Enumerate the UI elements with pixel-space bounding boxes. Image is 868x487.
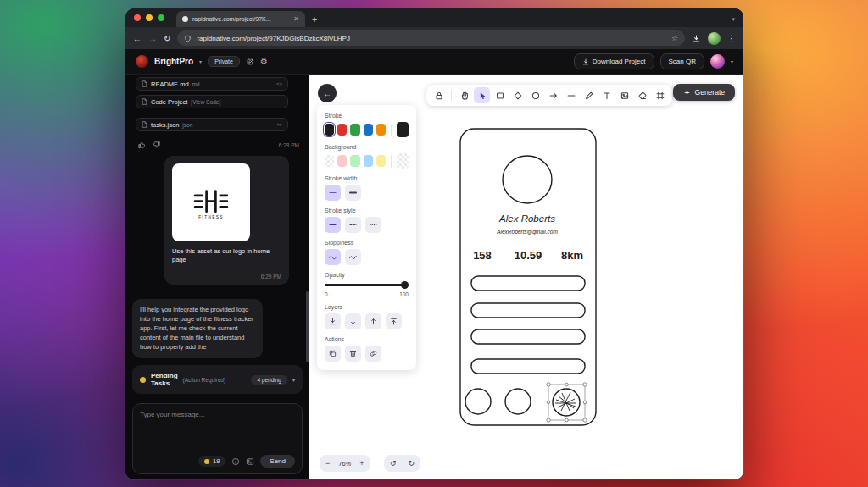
list-bar-shape[interactable] bbox=[471, 303, 585, 318]
tool-draw-button[interactable] bbox=[581, 87, 597, 103]
send-button[interactable]: Send bbox=[260, 455, 295, 468]
bottom-circle-shape[interactable] bbox=[505, 389, 531, 414]
stroke-color-red[interactable] bbox=[337, 124, 347, 136]
edit-project-icon[interactable] bbox=[246, 58, 254, 66]
stroke-style-dashed-button[interactable] bbox=[345, 217, 361, 233]
bottom-circle-shape[interactable] bbox=[465, 389, 491, 414]
sloppiness-artist-button[interactable] bbox=[345, 249, 361, 265]
download-project-button[interactable]: Download Project bbox=[574, 53, 654, 69]
tool-frame-button[interactable] bbox=[652, 87, 668, 103]
zoom-window-button[interactable] bbox=[158, 14, 164, 21]
stroke-width-thin-button[interactable] bbox=[325, 185, 341, 201]
tool-arrow-button[interactable] bbox=[545, 87, 561, 103]
close-window-button[interactable] bbox=[134, 14, 141, 21]
attach-image-icon[interactable] bbox=[246, 457, 254, 466]
avatar-circle-shape[interactable] bbox=[503, 156, 552, 203]
bg-color-pink[interactable] bbox=[337, 155, 347, 167]
new-tab-button[interactable]: + bbox=[312, 14, 317, 25]
message-input[interactable] bbox=[140, 411, 295, 445]
current-background-swatch[interactable] bbox=[397, 153, 409, 169]
address-bar[interactable]: rapidnative.com/project/97KJDGisBDzkcX8l… bbox=[177, 30, 685, 46]
project-name[interactable]: BrightPro bbox=[154, 57, 193, 66]
bg-color-transparent[interactable] bbox=[325, 155, 334, 167]
thumbs-down-icon[interactable] bbox=[153, 141, 161, 149]
browser-tab[interactable]: rapidnative.com/project/97K... ✕ bbox=[176, 11, 305, 27]
info-icon[interactable] bbox=[231, 457, 240, 466]
opacity-knob[interactable] bbox=[401, 281, 409, 289]
redo-button[interactable]: ↻ bbox=[403, 459, 421, 468]
downloads-icon[interactable] bbox=[692, 34, 701, 43]
list-bar-shape[interactable] bbox=[471, 276, 585, 291]
phone-frame-shape[interactable] bbox=[460, 129, 596, 425]
tool-eraser-button[interactable] bbox=[634, 87, 650, 103]
user-avatar[interactable] bbox=[710, 54, 725, 69]
project-chevron-down-icon[interactable]: ▾ bbox=[199, 58, 202, 64]
wireframe-stat2-text[interactable]: 10.59 bbox=[515, 249, 542, 262]
wireframe-stat3-text[interactable]: 8km bbox=[561, 249, 583, 262]
sloppiness-architect-button[interactable] bbox=[325, 249, 341, 265]
file-row-code-project[interactable]: Code Project [View Code] bbox=[136, 95, 288, 108]
browser-profile-avatar[interactable] bbox=[708, 32, 721, 45]
asset-logo-tile[interactable]: FITNESS bbox=[172, 163, 250, 241]
tool-image-button[interactable] bbox=[616, 87, 632, 103]
file-row-tasks[interactable]: tasks.json json <> bbox=[136, 118, 288, 131]
wireframe-email-text[interactable]: AlexRoberts@gmail.com bbox=[496, 229, 558, 235]
duplicate-button[interactable] bbox=[325, 346, 341, 362]
tool-rectangle-button[interactable] bbox=[492, 87, 508, 103]
back-icon[interactable]: ← bbox=[133, 34, 142, 43]
tool-diamond-button[interactable] bbox=[509, 87, 526, 103]
tool-lock-button[interactable] bbox=[431, 87, 447, 103]
code-icon[interactable]: <> bbox=[276, 81, 282, 86]
url-text[interactable]: rapidnative.com/project/97KJDGisBDzkcX8l… bbox=[197, 35, 666, 42]
delete-button[interactable] bbox=[345, 346, 361, 362]
opacity-track[interactable] bbox=[325, 284, 409, 286]
scan-qr-button[interactable]: Scan QR bbox=[660, 53, 704, 69]
zoom-level[interactable]: 76% bbox=[336, 460, 353, 468]
forward-icon[interactable]: → bbox=[148, 34, 157, 43]
site-security-shield-icon[interactable] bbox=[184, 35, 192, 42]
file-row-readme[interactable]: README.md md <> bbox=[136, 77, 288, 91]
generate-button[interactable]: Generate bbox=[673, 84, 735, 101]
tool-text-button[interactable] bbox=[598, 87, 615, 103]
stroke-style-solid-button[interactable] bbox=[325, 217, 341, 233]
opacity-slider[interactable] bbox=[325, 281, 409, 289]
list-bar-shape[interactable] bbox=[471, 359, 585, 374]
settings-gear-icon[interactable]: ⚙ bbox=[260, 57, 268, 66]
bg-color-green[interactable] bbox=[350, 155, 359, 167]
user-menu-chevron-icon[interactable]: ▾ bbox=[731, 58, 733, 64]
current-stroke-swatch[interactable] bbox=[397, 122, 409, 137]
pending-tasks-bar[interactable]: Pending Tasks (Action Required) 4 pendin… bbox=[132, 365, 303, 394]
stroke-color-black[interactable] bbox=[325, 124, 334, 136]
bg-color-blue[interactable] bbox=[364, 155, 373, 167]
link-button[interactable] bbox=[365, 346, 381, 362]
design-canvas[interactable]: ← bbox=[309, 75, 743, 479]
code-icon[interactable]: <> bbox=[276, 122, 282, 127]
reload-icon[interactable]: ↻ bbox=[164, 34, 170, 43]
wireframe-name-text[interactable]: Alex Roberts bbox=[498, 213, 555, 224]
tool-hand-button[interactable] bbox=[456, 87, 472, 103]
sidebar-scrollbar[interactable] bbox=[306, 291, 309, 362]
tool-ellipse-button[interactable] bbox=[527, 87, 543, 103]
stroke-color-green[interactable] bbox=[350, 124, 359, 136]
canvas-back-button[interactable]: ← bbox=[318, 84, 337, 102]
stroke-width-bold-button[interactable] bbox=[345, 185, 361, 201]
view-code-link[interactable]: [View Code] bbox=[191, 99, 220, 105]
wireframe-drawing[interactable]: Alex Roberts AlexRoberts@gmail.com 158 1… bbox=[445, 108, 615, 447]
tool-select-button[interactable] bbox=[474, 87, 490, 103]
send-backward-button[interactable] bbox=[345, 313, 361, 329]
browser-menu-kebab-icon[interactable]: ⋮ bbox=[727, 34, 736, 43]
zoom-in-button[interactable]: + bbox=[353, 459, 370, 468]
thumbs-up-icon[interactable] bbox=[137, 141, 146, 149]
zoom-out-button[interactable]: − bbox=[320, 459, 336, 468]
stroke-style-dotted-button[interactable] bbox=[365, 217, 381, 233]
bring-to-front-button[interactable] bbox=[386, 313, 402, 329]
stroke-color-orange[interactable] bbox=[376, 124, 386, 136]
bookmark-star-icon[interactable]: ☆ bbox=[671, 34, 678, 42]
tab-close-icon[interactable]: ✕ bbox=[293, 15, 299, 23]
tab-search-chevron-icon[interactable]: ▾ bbox=[732, 16, 735, 23]
bring-forward-button[interactable] bbox=[365, 313, 381, 329]
minimize-window-button[interactable] bbox=[146, 14, 153, 21]
pending-chevron-down-icon[interactable]: ▾ bbox=[292, 377, 295, 383]
list-bar-shape[interactable] bbox=[471, 329, 585, 344]
stroke-color-blue[interactable] bbox=[364, 124, 373, 136]
